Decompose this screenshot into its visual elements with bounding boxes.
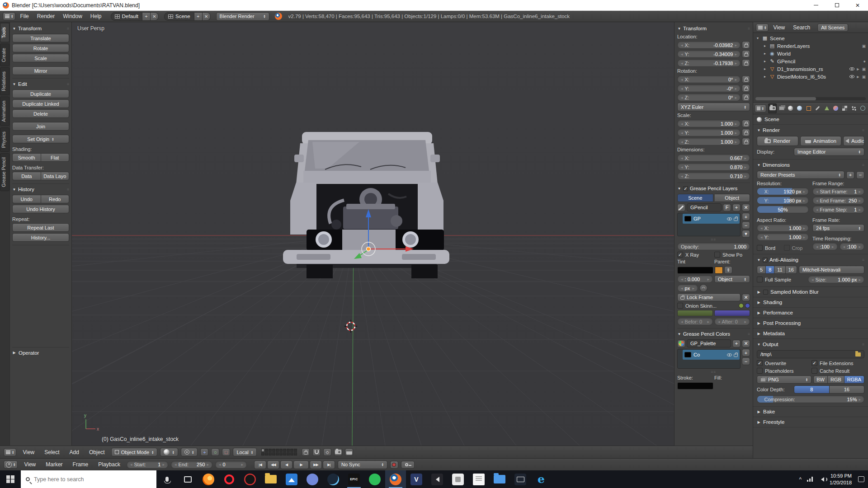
location-y-field[interactable]: Y:-0.34009 [677,50,741,58]
opacity-slider[interactable]: Opacity:1.000 [677,243,750,250]
action-center-icon[interactable] [858,476,864,482]
eyedropper-button[interactable]: ✎ [724,266,732,274]
render-engine-dropdown[interactable]: Blender Render▲▼ [216,12,269,21]
set-origin-button[interactable]: Set Origin▲▼ [12,135,69,143]
dimension-x-field[interactable]: X:0.667 [677,154,750,162]
add-layout-button[interactable]: + [142,12,151,21]
pivot-point-dropdown[interactable]: ▲▼ [181,448,198,456]
add-preset-button[interactable]: + [846,171,854,179]
taskbar-app-steam[interactable] [323,470,344,488]
layer-cell[interactable] [269,452,272,455]
tab-render[interactable] [768,103,777,113]
post-processing-panel-header[interactable]: ▶Post Processing [753,318,868,328]
onion-before-color-icon[interactable] [739,303,744,308]
end-frame-field[interactable]: End Frame:250 [812,197,864,204]
placeholders-checkbox[interactable]: Placeholders [757,368,810,374]
lock-scale-z-button[interactable] [742,138,750,145]
transform-panel-header[interactable]: ▼Transform≡ [12,24,69,33]
onion-after-color-icon[interactable] [745,303,750,308]
lock-rotation-x-button[interactable] [742,75,750,83]
repeat-history-button[interactable]: History... [12,233,69,242]
expand-icon[interactable]: ▸ [763,75,767,79]
menu-window[interactable]: Window [59,13,86,19]
shading-panel-header[interactable]: ▶Shading [753,297,868,308]
repeat-last-button[interactable]: Repeat Last [12,223,69,232]
taskbar-app-launcher[interactable] [448,470,468,488]
resolution-x-slider[interactable]: X:1920 px [757,188,809,195]
gpencil-name-field[interactable]: GPencil [687,203,722,211]
thickness-px-field[interactable]: px [677,284,698,292]
timeline-editor-type-button[interactable]: ▲▼ [4,460,18,469]
outliner-item-dieselmotors[interactable]: ▸▽DieselMotors_I6_50s►▣ [755,73,866,80]
file-extensions-checkbox[interactable]: File Extensions [811,360,864,366]
taskbar-search[interactable] [21,470,156,488]
add-palette-button[interactable]: + [732,340,741,347]
screen-space-toggle[interactable]: ◠ [699,284,708,292]
end-frame-field[interactable]: End:250 [171,461,212,469]
close-button[interactable]: ✕ [847,0,868,11]
data-button[interactable]: Data [12,172,41,180]
tab-scene[interactable] [786,103,795,113]
dimension-z-field[interactable]: Z:0.710 [677,172,750,180]
sampled-motion-blur-panel-header[interactable]: ▶Sampled Motion Blur [753,287,868,297]
layer-color-swatch[interactable] [684,216,691,221]
keying-set-button[interactable] [401,461,415,469]
volume-icon[interactable] [819,477,824,482]
expand-icon[interactable]: ▸ [763,44,767,48]
eye-icon[interactable] [727,217,732,221]
aa-samples-8-button[interactable]: 8 [766,266,774,274]
selectable-icon[interactable]: ► [856,67,860,71]
render-panel-header[interactable]: ▼Render≡ [757,126,864,134]
scale-x-field[interactable]: X:1.000 [677,120,741,127]
remove-layer-button[interactable]: − [742,221,750,229]
tab-physics[interactable]: Physics [0,127,9,152]
eye-icon[interactable] [727,353,732,357]
jump-to-start-button[interactable]: |◀ [254,460,266,469]
metadata-panel-header[interactable]: ▶Metadata [753,328,868,339]
current-frame-field[interactable]: 0 [215,461,247,469]
tab-animation[interactable]: Animation [0,97,9,126]
viewport-view-menu[interactable]: View [19,449,38,455]
start-button[interactable] [0,470,21,488]
layer-cell[interactable] [287,449,290,452]
viewport-editor-type-button[interactable]: ▲▼ [4,448,16,456]
viewport-3d[interactable]: x y User Persp (0) GasCo_inline6_intake_… [72,22,674,446]
stroke-color-swatch[interactable] [677,382,713,389]
clear-lock-button[interactable]: ✕ [742,294,750,301]
duplicate-linked-button[interactable]: Duplicate Linked [12,99,69,108]
outliner-item-renderlayers[interactable]: ▸▤RenderLayers▣ [755,42,866,50]
tab-particles[interactable] [849,103,858,113]
tab-relations[interactable]: Relations [0,67,9,95]
viewport-shading-dropdown[interactable]: ▲▼ [160,448,178,456]
tint-color-swatch[interactable] [677,267,713,274]
render-animation-button[interactable]: Animation [800,136,842,146]
tray-expand-icon[interactable]: ^ [799,476,802,483]
xray-checkbox[interactable]: X Ray [677,252,713,258]
add-gpencil-button[interactable]: + [732,204,741,211]
scene-selector[interactable]: Scene + ✕ [164,12,211,21]
outliner-search-menu[interactable]: Search [789,24,814,31]
dimensions-panel-header[interactable]: ▼Dimensions≡ [757,161,864,169]
delete-button[interactable]: Delete [12,109,69,118]
layer-cell[interactable] [276,452,279,455]
next-keyframe-button[interactable]: ▶▶ [310,460,322,469]
layer-cell[interactable] [294,449,297,452]
menu-file[interactable]: File [16,13,32,19]
gp-layers-checkbox[interactable] [683,186,688,191]
lock-location-x-button[interactable] [742,41,750,49]
taskbar-app-folder-blue[interactable] [489,470,510,488]
ghost-after-range-field[interactable]: After: 0 [714,318,750,325]
shade-smooth-button[interactable]: Smooth [12,153,41,162]
sync-dropdown[interactable]: No Sync▲▼ [338,460,387,469]
outliner-item-d1-transmission[interactable]: ▸▽D1_transmission_rs►▣ [755,65,866,73]
auto-keyframe-button[interactable] [390,461,398,469]
layer-cell[interactable] [272,452,275,455]
color-swatch[interactable] [684,352,691,357]
timeline-marker-menu[interactable]: Marker [42,461,66,468]
render-audio-button[interactable]: Audio [843,136,864,146]
aa-samples-11-button[interactable]: 11 [774,266,785,274]
taskbar-app-opera[interactable] [219,470,240,488]
viewport-add-menu[interactable]: Add [66,449,83,455]
render-toggle-icon[interactable]: ▣ [862,44,866,48]
depth-16-button[interactable]: 16 [830,385,865,394]
